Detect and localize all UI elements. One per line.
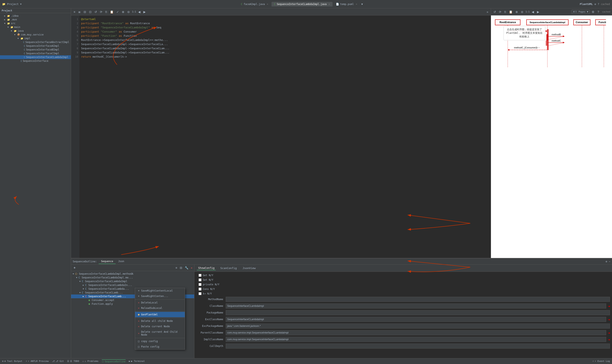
config-tab-show[interactable]: ShowConfig (197, 266, 216, 270)
paste-uml-btn[interactable]: 📋 (508, 10, 513, 14)
tools-btn[interactable]: 🔧 (184, 266, 189, 270)
outline-tree-body[interactable]: ▼ ⬡ SequenceInterfaceCLambdaImpl.methodA… (71, 271, 194, 357)
paste-btn[interactable]: 📋 (109, 10, 114, 14)
tree-item-abstractimpl[interactable]: ▶ C SequenceInterfaceAbstractImpl (0, 40, 71, 44)
close-outline-x[interactable]: ✕ (191, 266, 193, 270)
tree-item-sequenceinterface[interactable]: ▶ I SequenceInterface (0, 59, 71, 63)
status-problems[interactable]: ⚠ ⚠ Problems (82, 360, 98, 363)
minus-btn[interactable]: ⊖ (126, 10, 131, 14)
config-tab-json[interactable]: JsonView (241, 266, 257, 270)
expand-btn[interactable]: ⊟ (179, 266, 183, 270)
tree-item-impl[interactable]: ▼ 📁 impl (0, 37, 71, 40)
align-right-btn[interactable]: ⊟ (83, 10, 87, 14)
settings-uml-btn[interactable]: ⚙ (591, 10, 595, 14)
minus-uml-btn[interactable]: ⊖ (520, 10, 524, 14)
item-icon: C (82, 280, 83, 283)
box-btn[interactable]: ⊡ (88, 10, 92, 14)
tab-sequenceclambda[interactable]: C SequenceInterfaceCLambdaImpl.java ✕ (272, 2, 333, 6)
field-classname-input[interactable] (226, 303, 606, 309)
menu-save-right-local[interactable]: + SaveRightContentLocal (135, 288, 185, 293)
tab-puml[interactable]: 📄 temp.puml ✕ (333, 2, 360, 6)
close-outline[interactable]: − (609, 260, 610, 263)
refresh2-btn[interactable]: ⟳ (99, 10, 103, 14)
config-tab-scan[interactable]: ScanConfig (219, 266, 238, 270)
add-btn[interactable]: ⊕ (121, 10, 125, 14)
refresh-uml-btn[interactable]: ↺ (493, 10, 497, 14)
menu-reload-sub[interactable]: ✕ ReloadSubLocal (135, 305, 185, 311)
tab-faceaimpl[interactable]: C faceAImpl.java ✕ (238, 2, 270, 6)
menu-save-right-content[interactable]: + SaveRightConten... (135, 293, 185, 299)
more-btn[interactable]: » (486, 10, 489, 14)
tree-item-aimpl[interactable]: ▶ C SequenceInterfaceAImpl (0, 44, 71, 48)
tree-item-bimpl[interactable]: ▶ C SequenceInterfaceBImpl (0, 48, 71, 52)
refresh2-uml-btn[interactable]: ⟳ (498, 10, 502, 14)
tree-item-java[interactable]: ▼ 📁 java (0, 29, 71, 33)
menu-delete-current-child[interactable]: ✕ Delete current And Child Node (135, 329, 185, 338)
checkbox-private[interactable] (199, 283, 201, 286)
outline-item-1[interactable]: ▼ C SequenceInterfaceCLambdaImpl.me... (71, 276, 194, 279)
code-content[interactable]: @startuml participant "RootEntrance" as … (79, 15, 491, 258)
help-uml-btn[interactable]: ? (597, 10, 600, 14)
code-line-4: participant "Consumer" as Consumer (81, 30, 489, 34)
field-calldepth-input[interactable] (226, 344, 610, 349)
field-excclassname-input[interactable] (226, 317, 606, 322)
forward-btn[interactable]: ▶ (142, 10, 147, 14)
close-icon-1[interactable]: ✕ (329, 3, 330, 5)
status-git[interactable]: ⎇ ⎇ Git (52, 360, 64, 363)
status-event-log[interactable]: ⚡ ⚡ Event Log (593, 360, 610, 363)
tree-item-mvn[interactable]: ▶ 📁 .mvn (0, 18, 71, 22)
status-todo[interactable]: ☰ ☰ TODO (67, 360, 79, 363)
outline-item-root[interactable]: ▼ ⬡ SequenceInterfaceCLambdaImpl.methodA (71, 272, 194, 276)
status-sequence-outline[interactable]: ⬡ SequenceOutline (102, 359, 125, 363)
menu-delete-all-child[interactable]: ✕ Delete all child Node (135, 318, 185, 324)
tree-item-cimpl[interactable]: ▶ C SequenceInterfaceCImpl (0, 52, 71, 55)
settings-icon[interactable]: ⚙ (595, 3, 596, 6)
all-pages-dropdown[interactable]: All Pages ▼ (572, 10, 590, 14)
add-uml-btn[interactable]: ⊕ (515, 10, 519, 14)
back-uml-btn[interactable]: ◀ (531, 10, 535, 14)
menu-copy-config[interactable]: □ copy config (135, 338, 185, 344)
checkbox-set[interactable] (199, 278, 201, 281)
menu-paste-config[interactable]: □ Paste config (135, 344, 185, 349)
menu-delete-local[interactable]: ✕ DeleteLocal (135, 300, 185, 305)
status-tool-output[interactable]: ⚙ ⚙ Tool Output (2, 360, 22, 363)
collapse-btn[interactable]: ≡ (175, 266, 178, 270)
tree-item-idea[interactable]: ▶ 📁 .idea (0, 14, 71, 18)
status-terminal[interactable]: ▶ ▶ Terminal (129, 360, 145, 363)
field-excpackagename-input[interactable] (226, 324, 610, 328)
tab-dropdown[interactable]: ▼ (362, 3, 363, 6)
menu-gen-plantuml[interactable]: ● GenPlantUml (135, 312, 185, 317)
outline-item-2[interactable]: ▼ C SequenceInterfaceCLambdaImpl (71, 279, 194, 283)
check-btn[interactable]: ✓ (116, 10, 120, 14)
field-parentclassname-input[interactable] (226, 330, 606, 335)
field-packagename-input[interactable] (226, 310, 610, 315)
checkbox-get[interactable] (199, 274, 201, 277)
back-btn[interactable]: ◀ (137, 10, 141, 14)
tab-sequence[interactable]: Sequence (99, 259, 116, 264)
refresh-btn[interactable]: ↺ (94, 10, 98, 14)
status-antlr[interactable]: ⚡ ⚡ ANTLR Preview (26, 360, 49, 363)
file-tree-body[interactable]: ▶ 📁 .idea ▶ 📁 .mvn ▼ 📁 src ▼ 📁 main ▼ (0, 13, 71, 358)
align-left-btn[interactable]: ≡ (73, 10, 76, 14)
add-outline-btn[interactable]: + (73, 265, 76, 270)
checkbox-cons[interactable] (199, 288, 201, 290)
tree-item-package[interactable]: ▼ 📦 com.muy.service (0, 33, 71, 37)
tree-item-clambdaimpl[interactable]: ▶ C SequenceInterfaceCLambdaImpl (0, 55, 71, 59)
context-menu[interactable]: + SaveRightContentLocal + SaveRightConte… (135, 288, 185, 350)
align-btn[interactable]: ≣ (77, 10, 82, 14)
menu-delete-current[interactable]: ✕ Delete current Node (135, 324, 185, 329)
settings-outline[interactable]: ⚙ (606, 260, 607, 263)
copy-btn[interactable]: ⎘ (105, 10, 108, 14)
field-implclassname-input[interactable] (226, 337, 606, 342)
forward-uml-btn[interactable]: ▶ (536, 10, 540, 14)
tree-item-main[interactable]: ▼ 📁 main (0, 25, 71, 29)
outline-item-3[interactable]: ▶ C SequenceInterfaceCLambdaIn... (71, 283, 194, 287)
tree-item-src[interactable]: ▼ 📁 src (0, 22, 71, 25)
copy-uml-btn[interactable]: ⎘ (503, 10, 507, 14)
close-icon-2[interactable]: ✕ (356, 3, 357, 5)
field-methodname-input[interactable] (226, 297, 610, 302)
checkbox-lambda[interactable] (199, 292, 201, 295)
close-icon-0[interactable]: ✕ (267, 3, 268, 5)
help-icon[interactable]: ? (598, 3, 599, 6)
tab-json[interactable]: Json (116, 259, 127, 264)
